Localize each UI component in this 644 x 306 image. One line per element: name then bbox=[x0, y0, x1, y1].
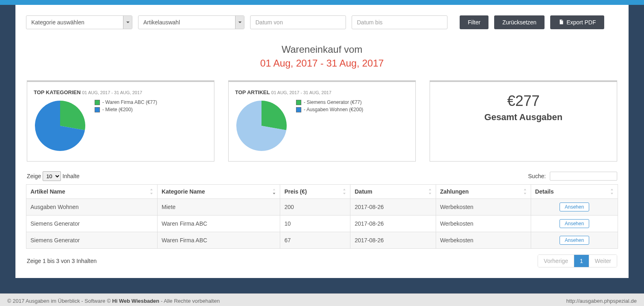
sort-icon bbox=[523, 189, 527, 194]
cell-zahlungen: Werbekosten bbox=[436, 232, 531, 249]
cell-datum: 2017-08-26 bbox=[350, 199, 436, 215]
card-subtitle: 01 AUG, 2017 - 31 AUG, 2017 bbox=[271, 90, 331, 95]
legend-label: - Waren Firma ABC (€77) bbox=[102, 99, 157, 105]
article-select[interactable]: Artikelauswahl bbox=[138, 15, 244, 29]
pie-chart-categories bbox=[34, 99, 86, 153]
footer-url[interactable]: http://ausgaben.phpspezial.de bbox=[566, 298, 637, 304]
search-label: Suche: bbox=[528, 173, 546, 179]
footer-copyright: © 2017 Ausgaben im Überblick - Software … bbox=[7, 298, 220, 304]
pagination: Vorherige 1 Weiter bbox=[538, 254, 617, 267]
cell-kategorie: Waren Firma ABC bbox=[158, 215, 280, 232]
length-label-post: Inhalte bbox=[63, 173, 80, 179]
table-row: Siemens GeneratorWaren Firma ABC102017-0… bbox=[26, 215, 618, 232]
cell-preis: 10 bbox=[280, 215, 350, 232]
table-search: Suche: bbox=[528, 172, 617, 181]
col-artikel-name[interactable]: Artikel Name bbox=[26, 185, 158, 199]
col-details[interactable]: Details bbox=[531, 185, 618, 199]
cell-details: Ansehen bbox=[531, 199, 618, 215]
cell-details: Ansehen bbox=[531, 232, 618, 249]
cell-kategorie: Miete bbox=[158, 199, 280, 215]
legend-articles: - Siemens Generator (€77) - Ausgaben Woh… bbox=[296, 99, 409, 114]
legend-label: - Miete (€200) bbox=[102, 107, 133, 112]
pie-chart-articles bbox=[235, 99, 288, 153]
sort-icon bbox=[609, 189, 614, 194]
table-controls-top: Zeige 10 Inhalte Suche: bbox=[26, 171, 618, 181]
next-page-button[interactable]: Weiter bbox=[589, 255, 617, 267]
article-select-wrap: Artikelauswahl bbox=[138, 15, 244, 29]
total-spending-card: €277 Gesamt Ausgaben bbox=[430, 80, 617, 162]
sort-icon bbox=[428, 189, 432, 194]
reset-button[interactable]: Zurücksetzen bbox=[494, 15, 545, 29]
export-pdf-label: Export PDF bbox=[566, 19, 596, 26]
card-subtitle: 01 AUG, 2017 - 31 AUG, 2017 bbox=[82, 90, 142, 95]
col-preis[interactable]: Preis (€) bbox=[280, 185, 350, 199]
top-articles-card: TOP ARTIKEL 01 AUG, 2017 - 31 AUG, 2017 … bbox=[228, 80, 416, 162]
sort-asc-icon bbox=[272, 189, 277, 194]
date-range-title: 01 Aug, 2017 - 31 Aug, 2017 bbox=[26, 58, 618, 69]
legend-swatch-green bbox=[95, 100, 100, 105]
date-from-input[interactable] bbox=[250, 15, 346, 29]
prev-page-button[interactable]: Vorherige bbox=[538, 255, 574, 267]
cell-artikel: Ausgaben Wohnen bbox=[26, 199, 158, 215]
legend-categories: - Waren Firma ABC (€77) - Miete (€200) bbox=[95, 99, 207, 114]
legend-swatch-blue bbox=[95, 107, 100, 112]
length-label-pre: Zeige bbox=[27, 173, 41, 179]
card-title: TOP KATEGORIEN bbox=[34, 89, 81, 95]
main-panel: Kategorie auswählen Artikelauswahl Filte… bbox=[15, 5, 629, 278]
view-details-button[interactable]: Ansehen bbox=[560, 236, 589, 245]
view-details-button[interactable]: Ansehen bbox=[560, 219, 589, 228]
cell-kategorie: Waren Firma ABC bbox=[158, 232, 280, 249]
table-row: Ausgaben WohnenMiete2002017-08-26Werbeko… bbox=[26, 199, 618, 215]
expenses-table: Artikel Name Kategorie Name Preis (€) Da… bbox=[26, 184, 618, 249]
cell-zahlungen: Werbekosten bbox=[436, 215, 531, 232]
cell-zahlungen: Werbekosten bbox=[436, 199, 531, 215]
page-footer: © 2017 Ausgaben im Überblick - Software … bbox=[0, 293, 644, 306]
cell-preis: 200 bbox=[280, 199, 350, 215]
cell-datum: 2017-08-26 bbox=[350, 215, 436, 232]
cell-datum: 2017-08-26 bbox=[350, 232, 436, 249]
legend-label: - Ausgaben Wohnen (€200) bbox=[304, 107, 363, 112]
cell-details: Ansehen bbox=[531, 215, 618, 232]
col-zahlungen[interactable]: Zahlungen bbox=[436, 185, 531, 199]
legend-swatch-green bbox=[296, 100, 301, 105]
page-length-control: Zeige 10 Inhalte bbox=[27, 171, 80, 181]
category-select[interactable]: Kategorie auswählen bbox=[26, 15, 132, 29]
sort-icon bbox=[149, 189, 154, 194]
legend-label: - Siemens Generator (€77) bbox=[304, 99, 362, 105]
page-1-button[interactable]: 1 bbox=[574, 255, 589, 267]
table-info: Zeige 1 bis 3 von 3 Inhalten bbox=[27, 258, 97, 264]
card-title: TOP ARTIKEL bbox=[235, 89, 270, 95]
page-heading: Wareneinkauf vom 01 Aug, 2017 - 31 Aug, … bbox=[26, 44, 618, 69]
cell-preis: 67 bbox=[280, 232, 350, 249]
view-details-button[interactable]: Ansehen bbox=[560, 203, 589, 211]
col-kategorie-name[interactable]: Kategorie Name bbox=[158, 185, 280, 199]
export-pdf-button[interactable]: Export PDF bbox=[550, 15, 604, 29]
top-categories-card: TOP KATEGORIEN 01 AUG, 2017 - 31 AUG, 20… bbox=[27, 80, 214, 162]
search-input[interactable] bbox=[550, 172, 617, 181]
sort-icon bbox=[342, 189, 347, 194]
category-select-wrap: Kategorie auswählen bbox=[26, 15, 132, 29]
col-datum[interactable]: Datum bbox=[350, 185, 436, 199]
file-export-icon bbox=[558, 19, 564, 26]
page-length-select[interactable]: 10 bbox=[43, 171, 61, 181]
table-row: Siemens GeneratorWaren Firma ABC672017-0… bbox=[26, 232, 618, 249]
top-accent-bar bbox=[0, 0, 644, 5]
legend-swatch-blue bbox=[296, 107, 301, 112]
filter-bar: Kategorie auswählen Artikelauswahl Filte… bbox=[26, 15, 618, 29]
date-to-input[interactable] bbox=[352, 15, 447, 29]
summary-cards: TOP KATEGORIEN 01 AUG, 2017 - 31 AUG, 20… bbox=[26, 80, 618, 162]
table-controls-bottom: Zeige 1 bis 3 von 3 Inhalten Vorherige 1… bbox=[26, 254, 618, 267]
cell-artikel: Siemens Generator bbox=[26, 232, 158, 249]
filter-button[interactable]: Filter bbox=[460, 15, 488, 29]
cell-artikel: Siemens Generator bbox=[26, 215, 158, 232]
total-label: Gesamt Ausgaben bbox=[437, 112, 610, 123]
page-title: Wareneinkauf vom bbox=[26, 44, 618, 55]
total-amount: €277 bbox=[437, 93, 610, 110]
